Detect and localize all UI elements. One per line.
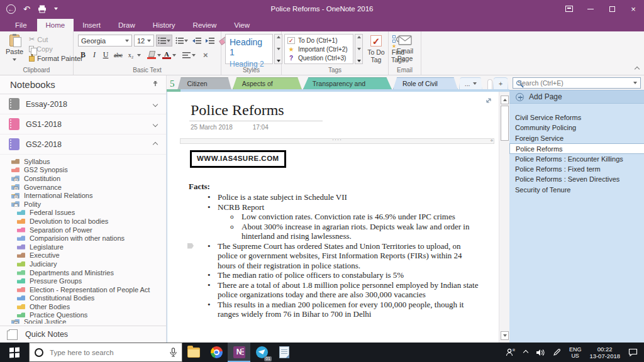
ribbon-display-options-button[interactable] <box>558 0 580 18</box>
notebook-essay-2018[interactable]: Essay-2018 <box>0 94 166 114</box>
chrome-taskbar-button[interactable] <box>205 343 228 362</box>
people-icon[interactable]: R <box>506 348 516 356</box>
section-group-polity[interactable]: -Polity <box>0 200 166 209</box>
section-practice-questions[interactable]: Practice Questions <box>0 311 166 320</box>
resize-handle-icon[interactable]: ‹› <box>491 138 492 143</box>
language-indicator[interactable]: ENG US <box>569 346 582 359</box>
todo-tag-button[interactable]: ✓ To Do Tag <box>365 34 387 70</box>
section-tab-transparency-and-accountability[interactable]: Transparency and Accountability <box>303 77 392 89</box>
section-other-bodies[interactable]: Other Bodies <box>0 302 166 311</box>
page-item-community-policing[interactable]: Community Policing <box>509 123 644 133</box>
underline-button[interactable]: U <box>101 50 111 60</box>
action-center-icon[interactable] <box>628 348 638 356</box>
paste-button[interactable]: Paste <box>3 34 26 67</box>
ribbon-tab-file[interactable]: File <box>5 19 37 31</box>
ribbon-tab-view[interactable]: View <box>225 19 258 31</box>
chevron-down-icon[interactable] <box>153 101 158 106</box>
search-input[interactable] <box>516 79 630 87</box>
expand-icon[interactable]: + <box>14 195 18 199</box>
styles-gallery[interactable]: Heading 1 Heading 2 <box>225 34 273 64</box>
section-departments-and-ministries[interactable]: Departments and Ministries <box>0 268 166 277</box>
bold-button[interactable]: B <box>78 50 88 60</box>
fact-bullet[interactable]: •NCRB Report <box>189 202 486 212</box>
fact-bullet[interactable]: •Police is a state subject in Schedule V… <box>189 192 486 202</box>
page-canvas[interactable]: Police Reforms 25 March 2018 17:04 ···· … <box>167 92 499 343</box>
fact-sub-bullet[interactable]: oLow conviction rates. Conviction rate i… <box>189 212 486 222</box>
file-explorer-taskbar-button[interactable] <box>182 343 205 362</box>
page-item-police-reforms[interactable]: Police Reforms <box>509 143 644 153</box>
page-item-civil-service-reforms[interactable]: Civil Service Reforms <box>509 112 644 123</box>
clear-formatting-button[interactable]: × <box>203 50 208 60</box>
outline-drag-handle[interactable]: ···· ‹› <box>180 138 494 144</box>
scrollbar-thumb[interactable] <box>501 106 509 141</box>
page-item-police-reforms-fixed-term[interactable]: Police Reforms : Fixed term <box>509 164 644 174</box>
page-item-security-of-tenure[interactable]: Security of Tenure <box>509 185 644 195</box>
outline-body[interactable]: WWW.IAS4SURE.COM Facts: •Police is a sta… <box>180 144 494 343</box>
page-title[interactable]: Police Reforms <box>191 102 499 119</box>
scroll-up-button[interactable] <box>501 96 509 104</box>
expand-icon[interactable]: + <box>14 187 18 191</box>
chevron-down-icon[interactable] <box>153 121 158 126</box>
italic-button[interactable]: I <box>89 50 99 60</box>
close-button[interactable]: × <box>623 0 644 18</box>
section-legislature[interactable]: Legislature <box>0 243 166 251</box>
paragraph-alignment-button[interactable] <box>182 52 191 58</box>
font-name-select[interactable]: Georgia <box>78 35 132 47</box>
fact-bullet[interactable]: •This results in a median 200 policemen … <box>189 300 486 319</box>
expand-icon[interactable]: + <box>14 321 18 324</box>
tag-gallery-item-to-do-ctrl-1[interactable]: ✓To Do (Ctrl+1) <box>287 37 350 44</box>
clock[interactable]: 00:22 13-07-2018 <box>589 346 620 359</box>
ribbon-tab-history[interactable]: History <box>144 19 184 31</box>
notebook-gs1-2018[interactable]: GS1-2018 <box>0 114 166 134</box>
page-item-police-reforms-encounter-killings[interactable]: Police Reforms : Encounter Killings <box>509 154 644 164</box>
section-group-social-justice[interactable]: +Social Justice <box>0 319 166 324</box>
expand-icon[interactable]: + <box>14 178 18 182</box>
notebook-gs2-2018[interactable]: GS2-2018 <box>0 134 166 155</box>
section-comparision-with-other-nations[interactable]: Comparision with other nations <box>0 234 166 243</box>
section-group-governance[interactable]: +Governance <box>0 183 166 192</box>
note-outline-container[interactable]: ···· ‹› WWW.IAS4SURE.COM Facts: •Police … <box>180 138 494 343</box>
font-color-button[interactable]: A <box>162 51 171 59</box>
ribbon-tab-draw[interactable]: Draw <box>109 19 144 31</box>
full-page-view-button[interactable] <box>485 97 492 104</box>
increase-indent-button[interactable] <box>204 35 216 47</box>
section-federal-issues[interactable]: Federal Issues <box>0 209 166 217</box>
taskbar-search-input[interactable] <box>48 348 165 357</box>
ribbon-tab-insert[interactable]: Insert <box>74 19 109 31</box>
taskbar-search[interactable] <box>29 343 182 362</box>
facts-heading[interactable]: Facts: <box>189 182 486 192</box>
section-group-constitution[interactable]: +Constitution <box>0 174 166 183</box>
page-item-police-reforms-seven-directives[interactable]: Police Reforms : Seven Directives <box>509 174 644 184</box>
section-tab-aspects-of-governance[interactable]: Aspects of Governance <box>233 77 302 89</box>
new-section-tab[interactable]: + <box>493 77 508 89</box>
search-icon[interactable] <box>516 80 521 85</box>
hidden-icons-chevron[interactable] <box>524 351 528 354</box>
section-executive[interactable]: Executive <box>0 251 166 260</box>
fact-bullet[interactable]: •There are a total of about 1.8 million … <box>189 280 486 300</box>
text-highlight-button[interactable] <box>147 51 156 59</box>
numbering-button[interactable] <box>174 35 189 47</box>
subscript-button[interactable]: x₂ <box>126 52 136 58</box>
email-page-button[interactable]: Email Page <box>394 34 416 70</box>
restore-button[interactable] <box>601 0 623 18</box>
chevron-up-icon[interactable] <box>153 141 158 146</box>
collapse-ribbon-button[interactable] <box>635 65 639 72</box>
fact-bullet[interactable]: •The median ratio of police officers to … <box>189 270 486 280</box>
bullets-button[interactable] <box>156 35 172 47</box>
decrease-indent-button[interactable] <box>191 35 203 47</box>
section-separation-of-power[interactable]: Separation of Power <box>0 226 166 234</box>
section-gs2-synopsis[interactable]: GS2 Synopsis <box>0 166 166 175</box>
section-tab-citizen-charters[interactable]: Citizen Charters <box>177 77 231 89</box>
quick-notes-button[interactable]: Quick Notes <box>0 326 166 343</box>
volume-icon[interactable] <box>536 349 545 356</box>
page-item-foreign-service[interactable]: Foreign Service <box>509 133 644 143</box>
strikethrough-button[interactable]: abc <box>112 52 125 58</box>
section-judiciary[interactable]: Judiciary <box>0 260 166 268</box>
tag-gallery-item-question-ctrl-3[interactable]: ?Question (Ctrl+3) <box>287 55 350 62</box>
section-election-representation-of-people-act[interactable]: Election - Representation of People Act <box>0 285 166 294</box>
microphone-icon[interactable] <box>170 348 177 357</box>
tags-gallery-scroll[interactable] <box>355 34 363 64</box>
collapse-icon[interactable]: - <box>14 204 18 208</box>
telegram-taskbar-button[interactable]: 01 <box>250 343 273 362</box>
search-box[interactable] <box>513 77 641 89</box>
